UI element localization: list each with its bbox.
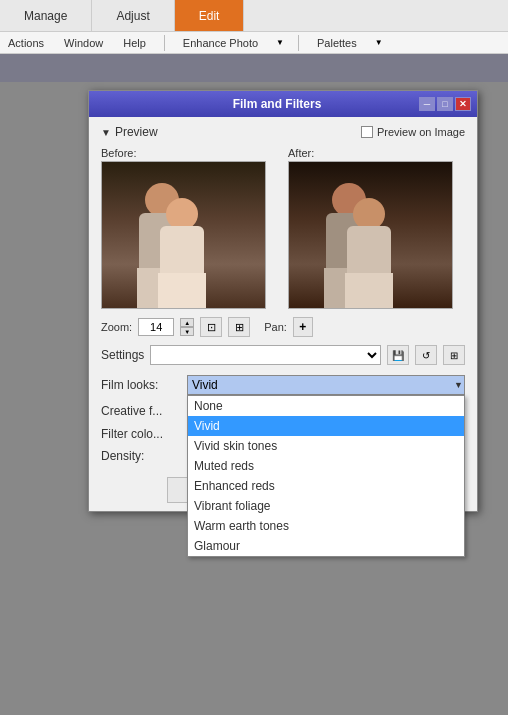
after-label: After: (288, 147, 465, 159)
dialog-content: ▼ Preview Preview on Image Before: (89, 117, 477, 511)
tab-edit-label: Edit (199, 9, 220, 23)
settings-select[interactable] (150, 345, 381, 365)
zoom-spin-up[interactable]: ▲ (180, 318, 194, 327)
after-photo-scene (289, 162, 452, 308)
preview-on-image-checkbox[interactable] (361, 126, 373, 138)
minimize-icon: ─ (424, 99, 430, 109)
settings-rotate-btn[interactable]: ↺ (415, 345, 437, 365)
dropdown-item-none[interactable]: None (188, 396, 464, 416)
tab-edit[interactable]: Edit (175, 0, 245, 31)
dropdown-item-vivid-skin[interactable]: Vivid skin tones (188, 436, 464, 456)
top-nav-bar: Manage Adjust Edit (0, 0, 508, 32)
maximize-icon: □ (442, 99, 447, 109)
zoom-fit-btn[interactable]: ⊡ (200, 317, 222, 337)
dropdown-item-vibrant-foliage[interactable]: Vibrant foliage (188, 496, 464, 516)
before-panel: Before: (101, 147, 278, 309)
settings-rotate-icon: ↺ (422, 350, 430, 361)
child2-figure (152, 198, 212, 308)
preview-on-image-label: Preview on Image (377, 126, 465, 138)
before-photo-scene (102, 162, 265, 308)
creative-filter-label: Creative f... (101, 404, 181, 418)
settings-save-icon: 💾 (392, 350, 404, 361)
after-child2-legs (345, 273, 393, 308)
menu-separator (164, 35, 165, 51)
close-icon: ✕ (459, 99, 467, 109)
film-looks-label: Film looks: (101, 378, 181, 392)
settings-save-btn[interactable]: 💾 (387, 345, 409, 365)
dropdown-item-vivid[interactable]: Vivid (188, 416, 464, 436)
zoom-spin-down[interactable]: ▼ (180, 327, 194, 336)
zoom-fit-icon: ⊡ (207, 321, 216, 334)
film-looks-arrow: ▼ (454, 380, 463, 390)
palettes-arrow[interactable]: ▼ (375, 38, 383, 47)
after-panel: After: (288, 147, 465, 309)
before-image (101, 161, 266, 309)
dropdown-item-glamour[interactable]: Glamour (188, 536, 464, 556)
zoom-spinner: ▲ ▼ (180, 318, 194, 336)
dialog-titlebar: Film and Filters ─ □ ✕ (89, 91, 477, 117)
settings-compare-icon: ⊞ (450, 350, 458, 361)
settings-row: Settings 💾 ↺ ⊞ (101, 345, 465, 365)
maximize-button[interactable]: □ (437, 97, 453, 111)
zoom-reset-btn[interactable]: ⊞ (228, 317, 250, 337)
before-label: Before: (101, 147, 278, 159)
zoom-reset-icon: ⊞ (235, 321, 244, 334)
after-child2-body (347, 226, 391, 276)
film-looks-select[interactable]: Vivid (187, 375, 465, 395)
tab-adjust-label: Adjust (116, 9, 149, 23)
menu-window[interactable]: Window (60, 35, 107, 51)
palettes-btn[interactable]: Palettes (313, 37, 361, 49)
zoom-label: Zoom: (101, 321, 132, 333)
preview-collapse-arrow[interactable]: ▼ (101, 127, 111, 138)
workspace: Film and Filters ─ □ ✕ ▼ Preview (0, 82, 508, 715)
pan-plus-btn[interactable]: + (293, 317, 313, 337)
dialog-controls: ─ □ ✕ (419, 97, 471, 111)
film-looks-row: Film looks: Vivid ▼ None Vivid Vivid ski… (101, 375, 465, 395)
film-and-filters-dialog: Film and Filters ─ □ ✕ ▼ Preview (88, 90, 478, 512)
after-child2-figure (339, 198, 399, 308)
dialog-title: Film and Filters (135, 97, 419, 111)
enhance-photo-btn[interactable]: Enhance Photo (179, 37, 262, 49)
density-label: Density: (101, 449, 181, 463)
tab-manage[interactable]: Manage (0, 0, 92, 31)
settings-label: Settings (101, 348, 144, 362)
zoom-input[interactable] (138, 318, 174, 336)
pan-label: Pan: (264, 321, 287, 333)
film-looks-selected-value: Vivid (192, 378, 218, 392)
enhance-photo-arrow[interactable]: ▼ (276, 38, 284, 47)
child2-legs (158, 273, 206, 308)
menu-actions[interactable]: Actions (4, 35, 48, 51)
preview-section: ▼ Preview Preview on Image (101, 125, 465, 139)
preview-label: Preview (115, 125, 158, 139)
minimize-button[interactable]: ─ (419, 97, 435, 111)
toolbar-sep2 (298, 35, 299, 51)
tab-adjust[interactable]: Adjust (92, 0, 174, 31)
dropdown-item-muted-reds[interactable]: Muted reds (188, 456, 464, 476)
preview-on-image-section: Preview on Image (361, 126, 465, 138)
after-image (288, 161, 453, 309)
menu-help[interactable]: Help (119, 35, 150, 51)
zoom-row: Zoom: ▲ ▼ ⊡ ⊞ Pan: + (101, 317, 465, 337)
film-looks-select-wrapper: Vivid ▼ None Vivid Vivid skin tones Mute… (187, 375, 465, 395)
film-looks-dropdown: None Vivid Vivid skin tones Muted reds E… (187, 395, 465, 557)
dropdown-item-enhanced-reds[interactable]: Enhanced reds (188, 476, 464, 496)
filter-color-label: Filter colo... (101, 427, 163, 441)
child2-body (160, 226, 204, 276)
dropdown-item-warm-earth[interactable]: Warm earth tones (188, 516, 464, 536)
close-button[interactable]: ✕ (455, 97, 471, 111)
menu-bar: Actions Window Help Enhance Photo ▼ Pale… (0, 32, 508, 54)
settings-compare-btn[interactable]: ⊞ (443, 345, 465, 365)
tab-manage-label: Manage (24, 9, 67, 23)
before-after-section: Before: (101, 147, 465, 309)
